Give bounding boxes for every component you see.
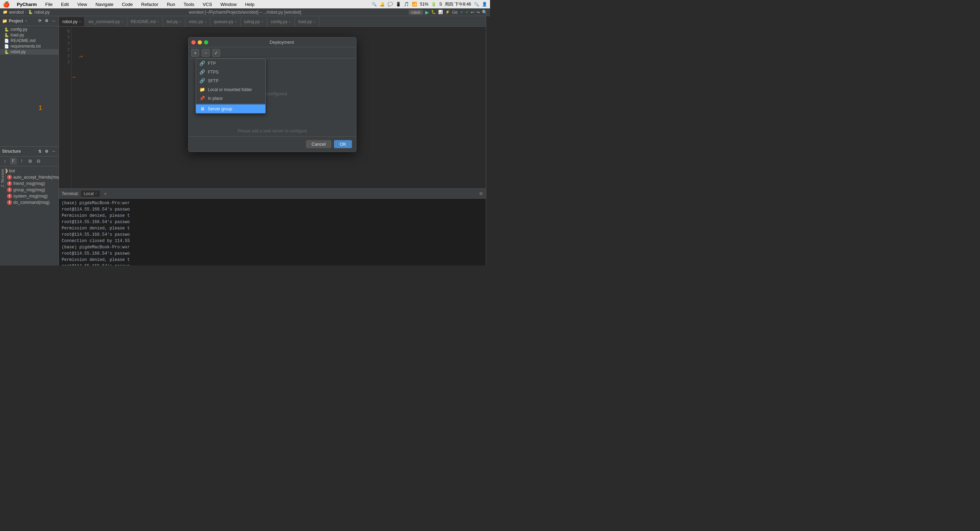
menu-help[interactable]: Help	[243, 1, 256, 8]
menu-edit[interactable]: Edit	[60, 1, 70, 8]
tab-close-readme[interactable]: ×	[157, 20, 159, 24]
expand-icon[interactable]: ⊞	[27, 158, 33, 165]
line-num-7c: 7	[59, 47, 70, 53]
collapse-icon[interactable]: −	[51, 18, 56, 24]
tab-bot-py[interactable]: bot.py ×	[163, 17, 185, 26]
branch-selector[interactable]: robot	[409, 10, 423, 15]
collapse-all-icon[interactable]: ⊟	[35, 158, 42, 165]
menu-tools[interactable]: Tools	[182, 1, 196, 8]
tab-load[interactable]: load.py ×	[295, 17, 319, 26]
tab-close-robot[interactable]: ×	[79, 20, 81, 24]
traffic-light-yellow[interactable]	[198, 40, 202, 44]
info-icon[interactable]: !	[18, 158, 25, 165]
run-button-icon[interactable]: ▶	[425, 10, 429, 15]
bluetooth-icon[interactable]: 🎵	[404, 2, 409, 7]
spotlight-icon[interactable]: 🔍	[474, 2, 479, 7]
tab-tuling[interactable]: tuling.py ×	[241, 17, 267, 26]
traffic-light-red[interactable]	[191, 40, 196, 44]
file-load-py[interactable]: 🐍 load.py	[0, 32, 59, 38]
search-icon-toolbar[interactable]: 🔍	[482, 10, 487, 15]
file-readme-md[interactable]: 📄 README.md	[0, 38, 59, 43]
filter-icon[interactable]: F	[10, 158, 17, 165]
sync-icon[interactable]: ⟳	[37, 18, 42, 24]
skype-icon[interactable]: S	[439, 2, 442, 7]
tab-misc[interactable]: misc.py ×	[185, 17, 211, 26]
menu-code[interactable]: Code	[121, 1, 134, 8]
tab-close-wx[interactable]: ×	[121, 20, 123, 24]
phone-icon[interactable]: 📱	[396, 2, 401, 7]
search-icon-menubar[interactable]: 🔍	[372, 2, 377, 7]
notification-icon[interactable]: 🔔	[380, 2, 385, 7]
undo-icon[interactable]: ↩	[471, 10, 474, 15]
struct-auto-accept[interactable]: f auto_accept_friends(msg)	[0, 174, 59, 181]
z-structure-tab[interactable]: Z: Structure	[0, 167, 6, 189]
dropdown-ftp[interactable]: 🔗 FTP	[196, 59, 265, 68]
dialog-toolbar: + − ✓ 🔗 FTP 🔗 FTPS	[189, 47, 356, 59]
struct-do-command[interactable]: f do_command(msg)	[0, 199, 59, 206]
apple-menu[interactable]: 🍎	[3, 1, 10, 8]
tab-close-queues[interactable]: ×	[235, 20, 237, 24]
menu-file[interactable]: File	[44, 1, 54, 8]
app-name[interactable]: PyCharm	[16, 1, 38, 8]
structure-settings-icon[interactable]: ⚙	[44, 149, 49, 154]
ok-button[interactable]: OK	[334, 140, 352, 148]
project-dropdown-icon[interactable]: ▾	[25, 19, 27, 23]
menu-run[interactable]: Run	[165, 1, 177, 8]
sort-alpha-icon[interactable]: ↕	[2, 158, 8, 165]
dropdown-local-folder[interactable]: 📁 Local or mounted folder	[196, 85, 265, 94]
file-robot-py[interactable]: 🐍 robot.py	[0, 49, 59, 55]
git-check-icon: ✓	[460, 10, 463, 14]
vcs-icon[interactable]: Git:	[452, 10, 458, 14]
coverage-icon[interactable]: 📊	[438, 10, 443, 14]
terminal-add-button[interactable]: +	[102, 190, 108, 197]
struct-name-auto: auto_accept_friends(msg)	[13, 175, 62, 180]
struct-group-msg[interactable]: f group_msg(msg)	[0, 187, 59, 193]
dropdown-in-place[interactable]: 📌 In place	[196, 94, 265, 103]
tab-wx-command[interactable]: wx_command.py ×	[85, 17, 127, 26]
structure-collapse-icon[interactable]: −	[51, 149, 56, 154]
tab-close-bot[interactable]: ×	[180, 20, 181, 24]
debug-icon[interactable]: 🐛	[431, 10, 436, 14]
menu-vcs[interactable]: VCS	[201, 1, 213, 8]
traffic-light-green[interactable]	[204, 40, 208, 44]
tab-close-config[interactable]: ×	[289, 20, 291, 24]
tab-robot-py[interactable]: robot.py ×	[59, 17, 85, 26]
struct-name-friend: friend_msg(msg)	[13, 181, 45, 186]
file-requirements-txt[interactable]: 📄 requirements.txt	[0, 43, 59, 49]
settings-icon[interactable]: ⚙	[44, 18, 49, 24]
terminal-content[interactable]: (base) pigdeMacBook-Pro:wxr root@114.55.…	[59, 198, 486, 265]
menu-navigate[interactable]: Navigate	[94, 1, 115, 8]
dropdown-sftp[interactable]: 🔗 SFTP	[196, 76, 265, 85]
struct-friend-msg[interactable]: f friend_msg(msg)	[0, 181, 59, 187]
tab-readme[interactable]: README.md ×	[127, 17, 163, 26]
dropdown-server-group[interactable]: 🖥 Server group	[196, 105, 265, 113]
terminal-settings-button[interactable]: ⚙	[479, 191, 483, 196]
deployment-dialog[interactable]: Deployment + − ✓ 🔗 FTP	[188, 37, 356, 152]
remove-server-button[interactable]: −	[202, 49, 210, 57]
menu-window[interactable]: Window	[219, 1, 238, 8]
file-config-py[interactable]: 🐍 config.py	[0, 27, 59, 32]
profile-icon[interactable]: ⚡	[445, 10, 450, 14]
terminal-tab-close[interactable]: ×	[95, 192, 97, 195]
tab-queues[interactable]: queues.py ×	[210, 17, 240, 26]
struct-name-group: group_msg(msg)	[13, 187, 45, 192]
add-server-button[interactable]: +	[191, 49, 199, 57]
struct-system-msg[interactable]: f system_msg(msg)	[0, 193, 59, 199]
dropdown-ftps[interactable]: 🔗 FTPS	[196, 68, 265, 76]
tab-config[interactable]: config.py ×	[267, 17, 295, 26]
struct-bot[interactable]: C bot	[0, 168, 59, 174]
tab-close-load[interactable]: ×	[313, 20, 315, 24]
confirm-button[interactable]: ✓	[212, 49, 220, 57]
menu-refactor[interactable]: Refactor	[140, 1, 160, 8]
wechat-icon[interactable]: 💬	[388, 2, 393, 7]
structure-tree: C bot f auto_accept_friends(msg) f frien…	[0, 166, 59, 207]
tab-close-misc[interactable]: ×	[205, 20, 207, 24]
terminal-tab-local[interactable]: Local ×	[81, 190, 100, 197]
redo-icon[interactable]: ↪	[476, 10, 480, 15]
user-icon[interactable]: 👤	[482, 2, 487, 7]
cancel-button[interactable]: Cancel	[306, 140, 331, 148]
tab-close-tuling[interactable]: ×	[261, 20, 263, 24]
line-numbers: 6 7 7 7 7 7	[59, 27, 72, 189]
structure-sort-icon[interactable]: ⇅	[37, 149, 42, 154]
menu-view[interactable]: View	[76, 1, 88, 8]
